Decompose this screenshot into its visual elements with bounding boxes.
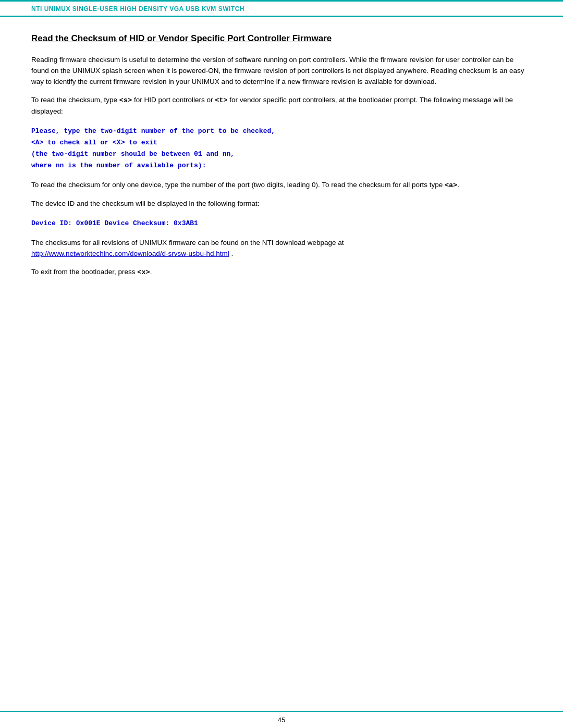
download-link[interactable]: http://www.networktechinc.com/download/d…: [31, 250, 229, 257]
code-line-4: where nn is the number of available port…: [31, 160, 532, 171]
page-header: NTI UNIMUX SINGLE-USER HIGH DENSITY VGA …: [0, 0, 563, 17]
download-para-text: The checksums for all revisions of UNIMU…: [31, 239, 344, 246]
inline-code-s: <s>: [119, 96, 132, 104]
inline-code-x: <x>: [137, 268, 150, 276]
exit-para: To exit from the bootloader, press <x>.: [31, 267, 532, 278]
code-line-2: <A> to check all or <X> to exit: [31, 137, 532, 149]
page-footer: 45: [0, 711, 563, 728]
main-content: Read the Checksum of HID or Vendor Speci…: [0, 17, 563, 711]
format-para: The device ID and the checksum will be d…: [31, 199, 532, 209]
inline-code-a: <a>: [445, 181, 457, 189]
download-para: The checksums for all revisions of UNIMU…: [31, 238, 532, 260]
code-line-3: (the two-digit number should be between …: [31, 149, 532, 160]
link-suffix: .: [229, 250, 234, 257]
intro-paragraph: Reading firmware checksum is useful to d…: [31, 55, 532, 88]
instruction-paragraph: To read the checksum, type <s> for HID p…: [31, 95, 532, 117]
device-checksum-line: Device Checksum: 0x3AB1: [104, 219, 198, 227]
page-heading: Read the Checksum of HID or Vendor Speci…: [31, 33, 532, 44]
code-line-1: Please, type the two-digit number of the…: [31, 126, 532, 137]
inline-code-t: <t>: [215, 96, 227, 104]
prompt-code-block: Please, type the two-digit number of the…: [31, 126, 532, 171]
checksum-para: To read the checksum for only one device…: [31, 180, 532, 191]
device-id-line: Device ID: 0x001E: [31, 219, 101, 227]
page-number: 45: [278, 716, 285, 724]
page-container: NTI UNIMUX SINGLE-USER HIGH DENSITY VGA …: [0, 0, 563, 728]
device-code-block: Device ID: 0x001E Device Checksum: 0x3AB…: [31, 218, 532, 229]
header-title: NTI UNIMUX SINGLE-USER HIGH DENSITY VGA …: [31, 5, 244, 13]
